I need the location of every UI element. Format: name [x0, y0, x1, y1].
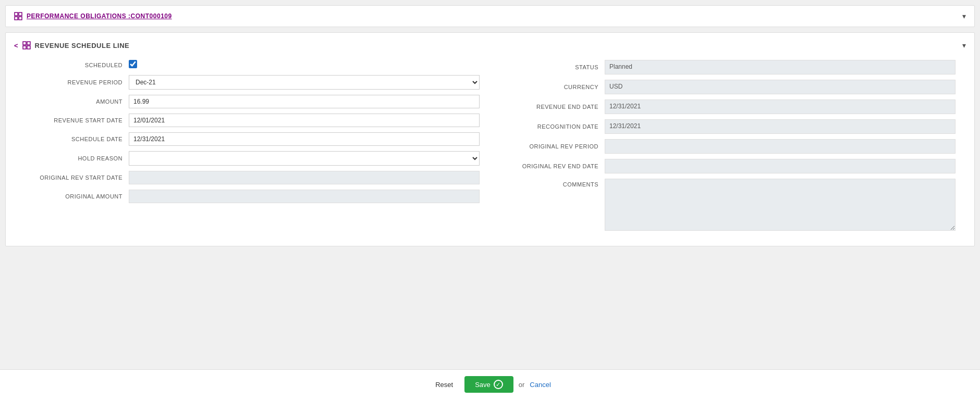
original-rev-start-date-input	[129, 171, 480, 184]
comments-textarea[interactable]	[605, 179, 956, 231]
section-header: < REVENUE SCHEDULE LINE ▾	[14, 41, 966, 49]
performance-obligations-link[interactable]: PERFORMANCE OBLIGATIONS :CONT000109	[27, 13, 172, 20]
status-label: STATUS	[500, 64, 605, 70]
original-amount-row: ORIGINAL AMOUNT	[24, 190, 480, 203]
svg-rect-5	[27, 42, 30, 45]
revenue-start-date-input[interactable]	[129, 114, 480, 127]
schedule-date-row: SCHEDULE DATE	[24, 132, 480, 146]
svg-rect-7	[27, 46, 30, 49]
original-amount-input	[129, 190, 480, 203]
scheduled-row: SCHEDULED	[24, 60, 480, 70]
amount-control	[129, 95, 480, 108]
svg-rect-6	[23, 46, 26, 49]
currency-label: CURRENCY	[500, 84, 605, 90]
bottom-toolbar: Reset Save ✓ or Cancel	[0, 369, 980, 399]
svg-rect-2	[15, 17, 18, 20]
original-rev-period-label: ORIGINAL REV PERIOD	[500, 143, 605, 149]
revenue-start-date-label: REVENUE START DATE	[24, 117, 129, 123]
svg-rect-3	[19, 17, 22, 20]
svg-rect-0	[15, 13, 18, 16]
svg-rect-1	[19, 13, 22, 16]
amount-row: AMOUNT	[24, 95, 480, 108]
original-rev-start-date-label: ORIGINAL REV START DATE	[24, 174, 129, 181]
status-value: Planned	[605, 60, 956, 74]
form-body: SCHEDULED REVENUE PERIOD Dec-21 Jan-22 F…	[14, 60, 966, 238]
cancel-button[interactable]: Cancel	[530, 381, 550, 389]
currency-value: USD	[605, 80, 956, 94]
original-rev-start-date-row: ORIGINAL REV START DATE	[24, 171, 480, 184]
schedule-date-control	[129, 132, 480, 146]
scheduled-label: SCHEDULED	[24, 62, 129, 68]
currency-control: USD	[605, 80, 956, 94]
original-rev-end-date-label: ORIGINAL REV END DATE	[500, 163, 605, 169]
schedule-date-label: SCHEDULE DATE	[24, 136, 129, 142]
recognition-date-label: RECOGNITION DATE	[500, 123, 605, 130]
performance-obligations-section: PERFORMANCE OBLIGATIONS :CONT000109 ▾	[5, 5, 975, 27]
revenue-schedule-line-section: < REVENUE SCHEDULE LINE ▾ SCHEDULED	[5, 32, 975, 246]
comments-row: COMMENTS	[500, 179, 956, 232]
svg-rect-4	[23, 42, 26, 45]
grid-icon	[14, 12, 22, 20]
reset-button[interactable]: Reset	[429, 378, 459, 392]
revenue-end-date-row: REVENUE END DATE 12/31/2021	[500, 99, 956, 114]
comments-label: COMMENTS	[500, 181, 605, 188]
hold-reason-row: HOLD REASON Other	[24, 151, 480, 166]
currency-row: CURRENCY USD	[500, 80, 956, 94]
revenue-period-row: REVENUE PERIOD Dec-21 Jan-22 Feb-22 Mar-…	[24, 75, 480, 90]
perf-obligations-link-group: PERFORMANCE OBLIGATIONS :CONT000109	[14, 12, 172, 20]
form-left: SCHEDULED REVENUE PERIOD Dec-21 Jan-22 F…	[24, 60, 480, 238]
original-rev-period-value	[605, 139, 956, 154]
section-chevron[interactable]: ▾	[962, 41, 966, 49]
original-rev-end-date-control	[605, 159, 956, 173]
lt-symbol: <	[14, 42, 18, 49]
revenue-period-select[interactable]: Dec-21 Jan-22 Feb-22 Mar-22	[129, 75, 480, 90]
top-section-chevron[interactable]: ▾	[962, 12, 966, 20]
revenue-end-date-value: 12/31/2021	[605, 99, 956, 114]
revenue-end-date-control: 12/31/2021	[605, 99, 956, 114]
original-rev-end-date-value	[605, 159, 956, 173]
revenue-start-date-control	[129, 114, 480, 127]
schedule-date-input[interactable]	[129, 132, 480, 146]
status-control: Planned	[605, 60, 956, 74]
status-row: STATUS Planned	[500, 60, 956, 74]
original-amount-control	[129, 190, 480, 203]
save-check-icon: ✓	[494, 380, 503, 389]
section-title-group: < REVENUE SCHEDULE LINE	[14, 41, 129, 49]
original-rev-period-control	[605, 139, 956, 154]
revenue-end-date-label: REVENUE END DATE	[500, 104, 605, 110]
scheduled-control	[129, 60, 480, 70]
or-text: or	[519, 381, 525, 389]
revenue-start-date-row: REVENUE START DATE	[24, 114, 480, 127]
recognition-date-control: 12/31/2021	[605, 119, 956, 134]
original-amount-label: ORIGINAL AMOUNT	[24, 193, 129, 200]
save-button[interactable]: Save ✓	[464, 376, 513, 393]
original-rev-end-date-row: ORIGINAL REV END DATE	[500, 159, 956, 173]
section-grid-icon	[22, 41, 31, 49]
comments-control	[605, 179, 956, 232]
hold-reason-select[interactable]: Other	[129, 151, 480, 166]
revenue-period-control: Dec-21 Jan-22 Feb-22 Mar-22	[129, 75, 480, 90]
revenue-period-label: REVENUE PERIOD	[24, 79, 129, 85]
save-label: Save	[475, 381, 491, 389]
recognition-date-value: 12/31/2021	[605, 119, 956, 134]
hold-reason-label: HOLD REASON	[24, 155, 129, 161]
original-rev-start-date-control	[129, 171, 480, 184]
amount-label: AMOUNT	[24, 98, 129, 105]
hold-reason-control: Other	[129, 151, 480, 166]
recognition-date-row: RECOGNITION DATE 12/31/2021	[500, 119, 956, 134]
amount-input[interactable]	[129, 95, 480, 108]
form-right: STATUS Planned CURRENCY USD REVENUE END …	[500, 60, 956, 238]
scheduled-checkbox[interactable]	[129, 60, 137, 68]
original-rev-period-row: ORIGINAL REV PERIOD	[500, 139, 956, 154]
section-title-text: REVENUE SCHEDULE LINE	[35, 42, 130, 49]
